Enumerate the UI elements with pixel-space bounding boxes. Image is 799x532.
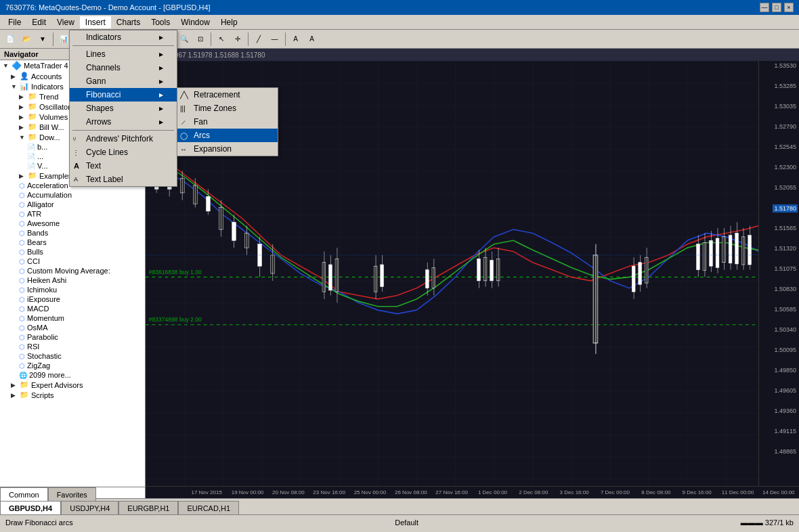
sep2 <box>72 130 174 131</box>
tree-iexposure[interactable]: ⬡ iExposure <box>16 294 145 304</box>
price-7: 1.52055 <box>774 184 798 191</box>
price-16: 1.49605 <box>774 387 798 394</box>
price-1: 1.53530 <box>774 62 798 69</box>
tree-label: b... <box>37 143 47 151</box>
menu-insert[interactable]: Insert <box>80 16 111 28</box>
tree-bulls[interactable]: ⬡ Bulls <box>16 247 145 257</box>
menu-help[interactable]: Help <box>215 16 243 28</box>
favorites-tab[interactable]: Favorites <box>48 487 96 498</box>
menu-cyclelines[interactable]: ⋮ Cycle Lines <box>70 146 177 159</box>
text-a-icon: A <box>74 162 79 170</box>
tree-ichimoku[interactable]: ⬡ Ichimoku <box>16 285 145 294</box>
time-7: 27 Nov 16:00 <box>431 489 472 495</box>
textlabel-btn[interactable]: A <box>305 32 320 47</box>
minimize-btn[interactable]: — <box>760 3 769 12</box>
tree-experts[interactable]: ▶ 📁 Expert Advisors <box>8 380 145 390</box>
fib-retracement[interactable]: ╱╲ Retracement <box>177 88 278 102</box>
time-11: 7 Dec 00:00 <box>595 489 635 495</box>
menu-arrows[interactable]: Arrows ▶ <box>70 115 177 129</box>
tree-cma[interactable]: ⬡ Custom Moving Average: <box>16 266 145 275</box>
menu-file[interactable]: File <box>3 16 26 28</box>
svg-rect-47 <box>496 259 500 280</box>
tab-eurgbp[interactable]: EURGBP,H1 <box>118 501 178 514</box>
price-3: 1.53035 <box>774 103 798 110</box>
new-btn[interactable]: 📄 <box>3 32 18 47</box>
tree-label: V... <box>37 162 48 170</box>
menu-view[interactable]: View <box>51 16 80 28</box>
menu-bar: File Edit View Insert Charts Tools Windo… <box>0 15 799 30</box>
tree-scripts[interactable]: ▶ 📁 Scripts <box>8 390 145 400</box>
time-14: 11 Dec 00:00 <box>717 489 758 495</box>
menu-channels[interactable]: Channels ▶ <box>70 61 177 74</box>
tree-zigzag[interactable]: ⬡ ZigZag <box>16 361 145 370</box>
toolbar-sep5 <box>248 32 249 46</box>
menu-fibonacci[interactable]: Fibonacci ▶ ╱╲ Retracement ||| Time Zone… <box>70 88 177 102</box>
tree-rsi[interactable]: ⬡ RSI <box>16 342 145 351</box>
tree-label: Stochastic <box>27 352 62 360</box>
zoom-fit-btn[interactable]: ⊡ <box>193 32 208 47</box>
fib-fan[interactable]: ⟋ Fan <box>177 115 278 129</box>
tree-osma[interactable]: ⬡ OsMA <box>16 323 145 332</box>
price-18: 1.49115 <box>774 428 798 435</box>
tree-atr[interactable]: ⬡ ATR <box>16 209 145 219</box>
price-4: 1.52790 <box>774 123 798 130</box>
tree-macd[interactable]: ⬡ MACD <box>16 304 145 313</box>
fib-timezones[interactable]: ||| Time Zones <box>177 102 278 115</box>
tree-accum[interactable]: ⬡ Accumulation <box>16 190 145 200</box>
tree-label: Acceleration <box>27 181 68 190</box>
common-tab[interactable]: Common <box>0 487 48 498</box>
price-17: 1.49360 <box>774 407 798 414</box>
zoom-in-btn[interactable]: 🔍 <box>177 32 192 47</box>
menu-andrews[interactable]: ⑂ Andrews' Pitchfork <box>70 132 177 146</box>
cursor-btn[interactable]: ↖ <box>214 32 229 47</box>
menu-indicators[interactable]: Indicators ▶ <box>70 30 177 44</box>
svg-rect-51 <box>632 266 635 292</box>
tree-label: ... <box>37 152 43 160</box>
sep1 <box>72 45 174 46</box>
crosshair-btn[interactable]: ✛ <box>230 32 245 47</box>
menu-tools[interactable]: Tools <box>146 16 175 28</box>
svg-rect-61 <box>710 240 713 266</box>
svg-rect-69 <box>735 233 739 263</box>
tree-bears[interactable]: ⬡ Bears <box>16 238 145 247</box>
maximize-btn[interactable]: □ <box>772 3 781 12</box>
menu-lines[interactable]: Lines ▶ <box>70 47 177 61</box>
tree-bands[interactable]: ⬡ Bands <box>16 228 145 238</box>
fib-expansion[interactable]: ↔ Expansion <box>177 142 278 156</box>
menu-edit[interactable]: Edit <box>26 16 51 28</box>
tree-label: ZigZag <box>27 361 50 370</box>
tree-momentum[interactable]: ⬡ Momentum <box>16 313 145 323</box>
tree-label: Heiken Ashi <box>27 276 66 284</box>
menu-shapes[interactable]: Shapes ▶ <box>70 102 177 115</box>
menu-text[interactable]: A Text <box>70 159 177 173</box>
close-btn[interactable]: × <box>784 3 794 12</box>
tree-heikenashi[interactable]: ⬡ Heiken Ashi <box>16 275 145 285</box>
tree-label: 2099 more... <box>29 371 71 379</box>
tree-stochastic[interactable]: ⬡ Stochastic <box>16 351 145 361</box>
tab-usdjpy[interactable]: USDJPY,H4 <box>61 501 118 514</box>
tab-gbpusd[interactable]: GBPUSD,H4 <box>0 501 61 514</box>
svg-rect-55 <box>645 257 648 283</box>
menu-gann[interactable]: Gann ▶ <box>70 74 177 88</box>
time-13: 9 Dec 16:00 <box>676 489 717 495</box>
tree-parabolic[interactable]: ⬡ Parabolic <box>16 332 145 342</box>
tree-alligator[interactable]: ⬡ Alligator <box>16 200 145 209</box>
menu-textlabel[interactable]: A Text Label <box>70 173 177 186</box>
tree-cci[interactable]: ⬡ CCI <box>16 257 145 266</box>
menu-charts[interactable]: Charts <box>111 16 146 28</box>
more-btn[interactable]: ▼ <box>35 32 50 47</box>
status-size: 327/1 kb <box>765 518 794 527</box>
tab-eurcad[interactable]: EURCAD,H1 <box>178 501 239 514</box>
text-btn[interactable]: A <box>288 32 303 47</box>
tree-awesome[interactable]: ⬡ Awesome <box>16 219 145 228</box>
fib-arcs[interactable]: ◯ Arcs <box>177 129 278 142</box>
hline-btn[interactable]: — <box>267 32 282 47</box>
tree-label: Trend <box>39 93 58 101</box>
tree-more[interactable]: 🌐 2099 more... <box>16 370 145 380</box>
line-btn[interactable]: ╱ <box>251 32 266 47</box>
svg-rect-39 <box>432 267 435 288</box>
menu-window[interactable]: Window <box>175 16 215 28</box>
price-2: 1.53285 <box>774 83 798 89</box>
tree-label: MACD <box>27 305 49 313</box>
open-btn[interactable]: 📂 <box>19 32 34 47</box>
